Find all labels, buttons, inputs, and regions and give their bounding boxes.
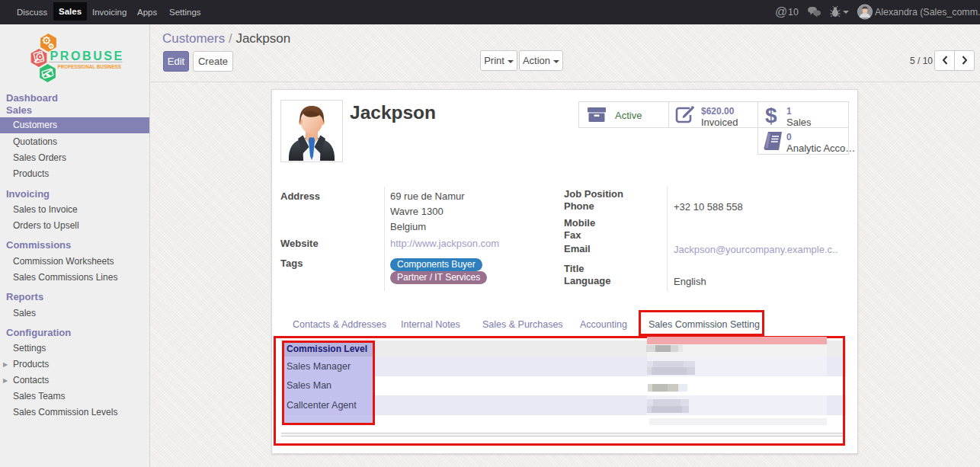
svg-text:PROBUSE: PROBUSE xyxy=(50,50,124,62)
svg-text:PROFESSIONAL BUSINESS: PROFESSIONAL BUSINESS xyxy=(58,64,122,69)
